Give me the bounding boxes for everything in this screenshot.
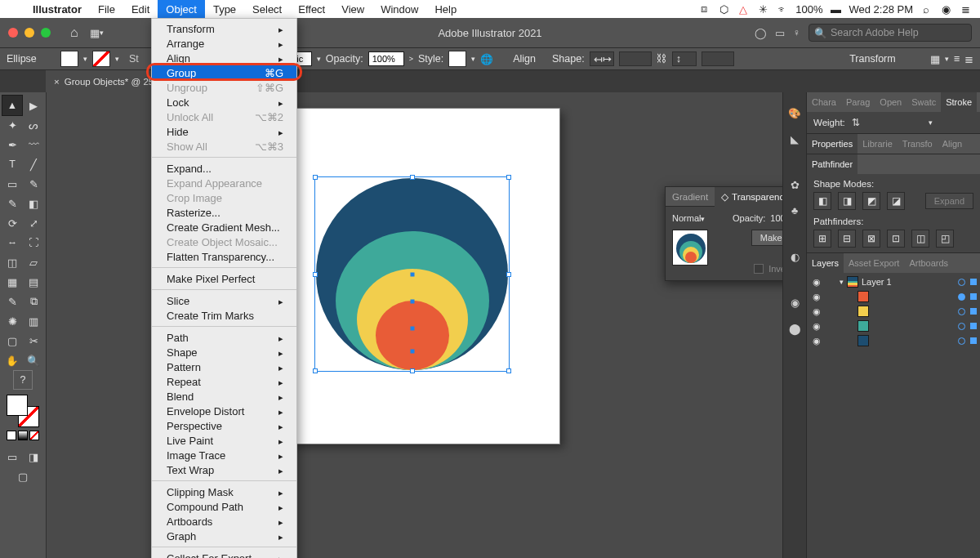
layer-item[interactable]: ◉ <box>810 333 977 348</box>
tab-stroke[interactable]: Stroke <box>941 92 977 112</box>
close-window-icon[interactable] <box>8 28 18 38</box>
menu-item-group[interactable]: Group⌘G <box>152 65 296 80</box>
visibility-icon[interactable]: ◉ <box>810 336 823 346</box>
line-tool[interactable]: ╱ <box>24 154 43 174</box>
menu-item-expand[interactable]: Expand... <box>152 161 296 176</box>
menu-view[interactable]: View <box>333 0 372 18</box>
close-tab-icon[interactable]: × <box>54 77 60 87</box>
scale-tool[interactable]: ⤢ <box>24 213 43 233</box>
siri-icon[interactable]: ◉ <box>939 2 952 16</box>
menu-item-create-trim-marks[interactable]: Create Trim Marks <box>152 308 296 323</box>
menu-item-repeat[interactable]: Repeat <box>152 374 296 389</box>
rotate-tool[interactable]: ⟳ <box>2 213 22 233</box>
wifi-signal-icon[interactable]: ᯤ <box>776 2 789 16</box>
menu-item-align[interactable]: Align <box>152 51 296 65</box>
menu-item-blend[interactable]: Blend <box>152 389 296 404</box>
layer-item[interactable]: ◉ <box>810 304 977 319</box>
free-transform-tool[interactable]: ⛶ <box>24 233 43 252</box>
menu-item-perspective[interactable]: Perspective <box>152 418 296 433</box>
menu-item-lock[interactable]: Lock <box>152 95 296 109</box>
shape-height-value[interactable] <box>702 51 734 66</box>
menu-item-arrange[interactable]: Arrange <box>152 36 296 51</box>
blend-mode-select[interactable]: Normal▾ <box>672 213 728 223</box>
artboard-tool[interactable]: ▢ <box>2 331 22 350</box>
weight-stepper[interactable]: ⇅ <box>852 117 866 128</box>
stroke-swatch[interactable] <box>92 51 110 67</box>
pen-tool[interactable]: ✒ <box>2 135 22 154</box>
slice-tool[interactable]: ✂ <box>24 331 43 350</box>
align-artboard-icon[interactable]: ≡ <box>954 53 960 65</box>
tab-pathfinder[interactable]: Pathfinder <box>807 154 858 174</box>
tab-layers[interactable]: Layers <box>807 253 844 273</box>
menu-item-artboards[interactable]: Artboards <box>152 514 296 529</box>
menu-item-text-wrap[interactable]: Text Wrap <box>152 462 296 477</box>
menu-item-hide[interactable]: Hide <box>152 124 296 139</box>
divide-icon[interactable]: ⊞ <box>813 230 831 248</box>
color-guide-icon[interactable]: ◣ <box>786 130 804 148</box>
minus-front-icon[interactable]: ◨ <box>838 192 856 210</box>
clock[interactable]: Wed 2:28 PM <box>849 3 913 16</box>
mesh-tool[interactable]: ▦ <box>2 272 22 292</box>
tab-character[interactable]: Chara <box>807 92 841 112</box>
width-tool[interactable]: ↔ <box>2 233 22 252</box>
shaper-tool[interactable]: ✎ <box>2 194 22 213</box>
menu-item-compound-path[interactable]: Compound Path <box>152 499 296 514</box>
edit-toolbar[interactable]: ? <box>13 370 33 390</box>
symbol-sprayer-tool[interactable]: ✺ <box>2 311 22 331</box>
tips-icon[interactable]: ♀ <box>793 27 800 38</box>
appearance-panel-icon[interactable]: ◉ <box>786 293 804 311</box>
menu-item-shape[interactable]: Shape <box>152 345 296 359</box>
symbols-panel-icon[interactable]: ♣ <box>786 202 804 220</box>
shape-builder-tool[interactable]: ◫ <box>2 252 22 272</box>
tab-swatches[interactable]: Swatc <box>906 92 941 112</box>
visibility-icon[interactable]: ◉ <box>810 321 823 332</box>
home-icon[interactable]: ⌂ <box>70 25 78 40</box>
swatches-panel-icon[interactable]: ◐ <box>786 248 804 266</box>
eraser-tool[interactable]: ◧ <box>24 194 43 213</box>
tab-properties[interactable]: Properties <box>807 134 858 154</box>
user-icon[interactable]: ◯ <box>755 27 767 39</box>
menu-select[interactable]: Select <box>244 0 290 18</box>
rectangle-tool[interactable]: ▭ <box>2 174 22 194</box>
unite-icon[interactable]: ◧ <box>813 192 831 210</box>
paintbrush-tool[interactable]: ✎ <box>24 174 43 194</box>
outline-icon[interactable]: ◫ <box>911 230 929 248</box>
magic-wand-tool[interactable]: ✦ <box>2 115 22 135</box>
search-help-input[interactable]: 🔍 Search Adobe Help <box>808 24 972 42</box>
tab-transform[interactable]: Transfo <box>898 134 938 154</box>
menu-item-clipping-mask[interactable]: Clipping Mask <box>152 484 296 499</box>
layer-root[interactable]: ◉ ▾ Layer 1 <box>810 275 977 289</box>
lasso-tool[interactable]: ᔕ <box>24 115 43 135</box>
fill-swatch[interactable] <box>60 51 78 67</box>
brushes-panel-icon[interactable]: ✿ <box>786 176 804 194</box>
column-graph-tool[interactable]: ▥ <box>24 311 43 331</box>
alert-icon[interactable]: △ <box>737 2 750 16</box>
graphic-styles-icon[interactable]: ⬤ <box>786 319 804 337</box>
menu-item-slice[interactable]: Slice <box>152 293 296 308</box>
menu-type[interactable]: Type <box>205 0 244 18</box>
transparency-tab[interactable]: ◇Transparency <box>715 187 782 207</box>
window-controls[interactable] <box>0 28 59 38</box>
draw-mode-normal[interactable]: ▭ <box>2 447 22 466</box>
exclude-icon[interactable]: ◪ <box>887 192 905 210</box>
shape-width[interactable]: ↤↦ <box>590 51 614 66</box>
panel-menu-icon[interactable]: ≣ <box>964 53 973 65</box>
apple-menu[interactable] <box>8 0 24 18</box>
layer-item[interactable]: ◉ <box>810 289 977 304</box>
menu-item-graph[interactable]: Graph <box>152 529 296 543</box>
arrange-docs-icon[interactable]: ▭ <box>775 27 785 39</box>
menu-window[interactable]: Window <box>372 0 426 18</box>
app-menu[interactable]: Illustrator <box>24 0 90 18</box>
tab-artboards[interactable]: Artboards <box>904 253 953 273</box>
wifi-icon[interactable]: ✳︎ <box>756 2 769 16</box>
battery-icon[interactable]: ▬ <box>829 2 842 16</box>
transform-label[interactable]: Transform <box>849 53 896 65</box>
menu-edit[interactable]: Edit <box>123 0 158 18</box>
merge-icon[interactable]: ⊠ <box>862 230 880 248</box>
menu-help[interactable]: Help <box>426 0 465 18</box>
gradient-tab[interactable]: Gradient <box>666 187 715 207</box>
intersect-icon[interactable]: ◩ <box>862 192 880 210</box>
spotlight-icon[interactable]: ⌕ <box>920 2 933 16</box>
selection-tool[interactable]: ▲ <box>2 96 22 115</box>
crop-icon[interactable]: ⊡ <box>887 230 905 248</box>
